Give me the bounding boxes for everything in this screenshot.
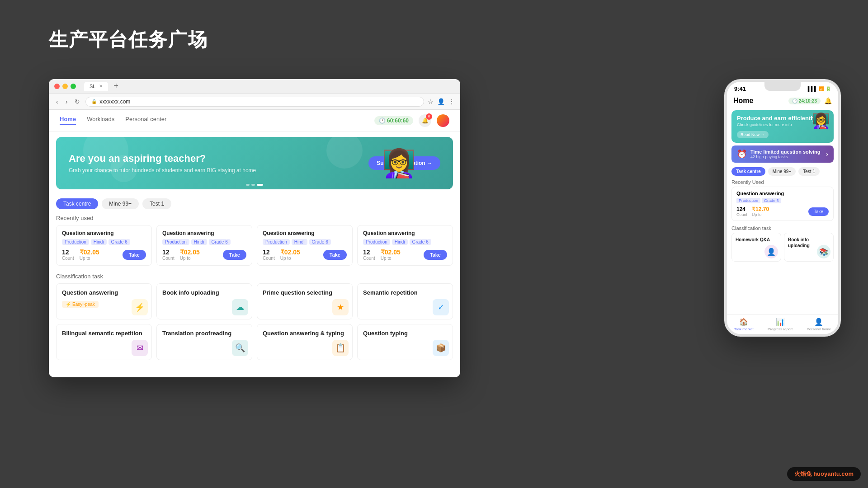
progress-report-label: Progress report (768, 327, 793, 330)
count-value: 12 (62, 249, 74, 256)
mobile-mine-tab[interactable]: Mine 99+ (768, 167, 796, 176)
class-card-1-title: Question answering (62, 289, 146, 297)
recent-card-2-tags: Production Hindi Grade 6 (162, 239, 246, 245)
task-centre-tab[interactable]: Task centre (56, 198, 98, 209)
task-tabs: Task centre Mine 99+ Test 1 (49, 195, 460, 213)
personal-home-icon: 👤 (814, 318, 823, 326)
recent-card-2-metrics: 12Count ₹02.05Up to Take (162, 249, 246, 261)
class-card-prime-question[interactable]: Prime question selecting ★ (257, 283, 353, 319)
class-card-2-title: Book info uploading (162, 289, 246, 297)
nav-personal-center[interactable]: Personal center (125, 116, 166, 125)
recently-used-row: Question answering Production Hindi Grad… (49, 225, 460, 266)
take-button-4[interactable]: Take (424, 250, 447, 260)
mobile-status-icons: ▌▌▌ 📶 🔋 (808, 86, 831, 91)
mobile-nav-progress-report[interactable]: 📊 Progress report (768, 318, 793, 330)
reload-button[interactable]: ↻ (73, 97, 82, 106)
recent-card-1: Question answering Production Hindi Grad… (56, 225, 152, 266)
test-tab[interactable]: Test 1 (142, 198, 171, 209)
maximize-dot[interactable] (71, 84, 76, 89)
nav-workloads[interactable]: Workloads (87, 116, 114, 125)
recent-card-3-title: Question answering (263, 230, 347, 236)
url-text: xxxxxxx.com (99, 99, 130, 105)
mobile-nav-personal-home[interactable]: 👤 Personal home (807, 318, 831, 330)
browser-window: SL ✕ + ‹ › ↻ 🔒 xxxxxxx.com ☆ 👤 ⋮ Home Wo… (49, 79, 460, 377)
count-metric: 12 Count (62, 249, 74, 261)
mine-tab[interactable]: Mine 99+ (102, 198, 139, 209)
dot-3[interactable] (257, 184, 263, 186)
menu-icon[interactable]: ⋮ (448, 98, 455, 105)
mobile-nav-task-market[interactable]: 🏠 Task market (734, 318, 754, 330)
url-bar[interactable]: 🔒 xxxxxxx.com (85, 97, 424, 107)
take-button-1[interactable]: Take (123, 250, 146, 260)
easy-peak-tag: ⚡ Easy~peak (62, 301, 99, 308)
class-card-3-icon: ★ (332, 299, 349, 315)
personal-home-label: Personal home (807, 327, 831, 330)
mobile-time-limited-banner[interactable]: ⏰ Time limited question solving 42 high-… (731, 145, 834, 163)
class-card-qa-typing[interactable]: Question answering & typing 📋 (257, 324, 353, 360)
class-card-book-info[interactable]: Book info uploading ☁ (156, 283, 252, 319)
mobile-read-now-button[interactable]: Read Now → (737, 131, 769, 138)
close-dot[interactable] (54, 84, 60, 89)
wifi-icon: 📶 (819, 86, 824, 91)
class-card-1-icon: ⚡ (132, 299, 148, 315)
class-card-5-icon: ✉ (132, 340, 148, 356)
classification-title: Classification task (49, 271, 460, 283)
watermark: 火焰兔 huoyantu.com (787, 467, 861, 481)
avatar[interactable] (437, 114, 449, 127)
mobile-class-card-1[interactable]: Homework Q&A 👤 (731, 233, 781, 262)
recent-card-4: Question answering Production Hindi Grad… (357, 225, 453, 266)
class-card-bilingual[interactable]: Bilingual semantic repetition ✉ (56, 324, 152, 360)
bg-circle-3 (326, 137, 363, 169)
nav-links: Home Workloads Personal center (60, 116, 166, 125)
take-button-2[interactable]: Take (223, 250, 246, 260)
class-card-3-title: Prime question selecting (263, 289, 347, 297)
class-card-semantic-rep[interactable]: Semantic repetition ✓ (357, 283, 453, 319)
mobile-tabs: Task centre Mine 99+ Test 1 (727, 164, 838, 178)
class-card-question-typing[interactable]: Question typing 📦 (357, 324, 453, 360)
banner-dots (246, 184, 263, 186)
toolbar-icons: ☆ 👤 ⋮ (428, 98, 455, 105)
tab-close-icon[interactable]: ✕ (99, 84, 103, 89)
mobile-class-card-2[interactable]: Book info uploading 📚 (784, 233, 834, 262)
notification-icon[interactable]: 🔔 0 (419, 114, 431, 127)
recently-used-title: Recently used (49, 213, 460, 225)
recent-card-3-tags: Production Hindi Grade 6 (263, 239, 347, 245)
mobile-take-button[interactable]: Take (808, 207, 829, 216)
time-limited-subtitle: 42 high-paying tasks (750, 155, 822, 159)
mobile-content: Home 🕐 24:10:23 🔔 👩‍🏫 Produce and earn e… (727, 94, 838, 330)
dot-2[interactable] (251, 184, 255, 186)
bookmark-icon[interactable]: ☆ (428, 98, 434, 105)
mobile-bottom-nav: 🏠 Task market 📊 Progress report 👤 Person… (727, 314, 838, 330)
browser-toolbar: ‹ › ↻ 🔒 xxxxxxx.com ☆ 👤 ⋮ (49, 94, 460, 110)
mobile-notif-icon[interactable]: 🔔 (824, 97, 832, 104)
dot-1[interactable] (246, 184, 250, 186)
mobile-test-tab[interactable]: Test 1 (798, 167, 820, 176)
back-button[interactable]: ‹ (54, 97, 60, 106)
app-nav: Home Workloads Personal center 🕐 60:60:6… (49, 110, 460, 131)
tag-grade-2: Grade 6 (209, 239, 231, 245)
mobile-recent-card-title: Question answering (736, 191, 829, 196)
recent-card-3: Question answering Production Hindi Grad… (257, 225, 353, 266)
tag-hindi: Hindi (91, 239, 107, 245)
nav-right: 🕐 60:60:60 🔔 0 (374, 114, 449, 127)
nav-home[interactable]: Home (60, 116, 76, 125)
class-card-translation[interactable]: Translation proofreading 🔍 (156, 324, 252, 360)
class-card-question-answering[interactable]: Question answering ⚡ Easy~peak ⚡ (56, 283, 152, 319)
clock-icon-mobile: ⏰ (737, 149, 747, 159)
time-limited-text: Time limited question solving 42 high-pa… (750, 149, 822, 159)
browser-tab[interactable]: SL ✕ (84, 82, 108, 91)
browser-chrome: SL ✕ + (49, 79, 460, 94)
recent-card-4-title: Question answering (363, 230, 447, 236)
battery-icon: 🔋 (826, 86, 831, 91)
clock-icon: 🕐 (379, 117, 386, 124)
class-card-8-icon: 📦 (433, 340, 449, 356)
new-tab-icon[interactable]: + (113, 81, 118, 91)
recent-card-1-tags: Production Hindi Grade 6 (62, 239, 146, 245)
minimize-dot[interactable] (62, 84, 68, 89)
mobile-task-centre-tab[interactable]: Task centre (731, 167, 765, 176)
take-button-3[interactable]: Take (323, 250, 347, 260)
mobile-tags: Production Grade 6 (736, 198, 829, 203)
account-icon[interactable]: 👤 (437, 98, 445, 105)
forward-button[interactable]: › (64, 97, 70, 106)
mobile-tag-grade: Grade 6 (762, 198, 781, 203)
